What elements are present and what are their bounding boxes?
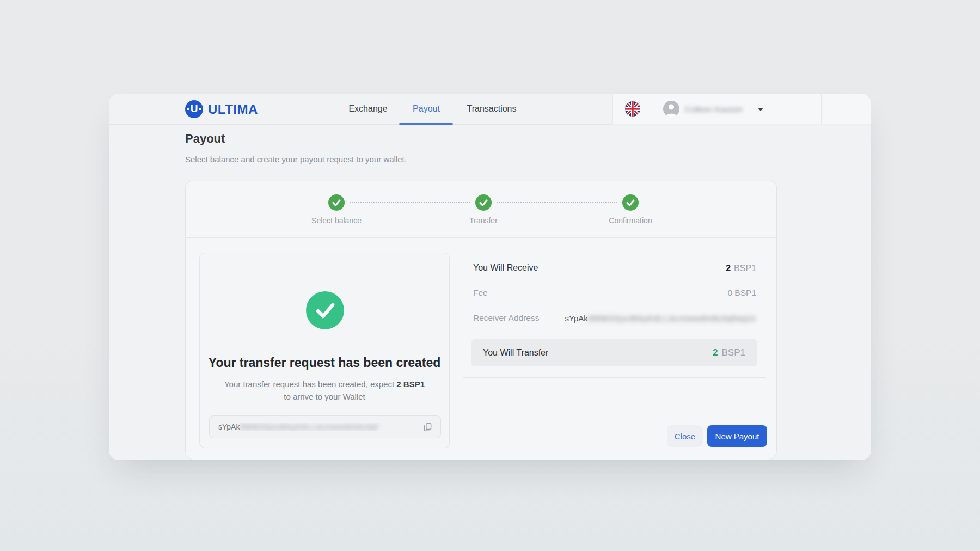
receive-amount: 2 — [726, 263, 731, 273]
avatar — [663, 101, 679, 117]
step-check-icon — [622, 194, 639, 211]
step-check-icon — [328, 194, 345, 211]
language-uk-flag-icon[interactable] — [625, 101, 640, 117]
ultima-logo: U ULTIMA — [185, 94, 258, 125]
transfer-total-box: You Will Transfer 2 BSP1 — [471, 339, 757, 366]
app-window: U ULTIMA Exchange Payout Transactions — [109, 94, 871, 460]
summary-row-receiver: Receiver Address sYpAk 9MW3SjxvBAyKdLLAc… — [463, 308, 766, 328]
brand-name: ULTIMA — [208, 102, 258, 117]
wallet-address-value: sYpAk 9MW3SjxvBAyKdLLAcmwwdm8s3qf — [218, 423, 422, 431]
result-subtext: Your transfer request has been created, … — [200, 378, 449, 403]
tab-transactions[interactable]: Transactions — [467, 94, 517, 124]
header-divider — [779, 94, 779, 124]
result-subtext-part: to arrive to your Wallet — [284, 392, 365, 401]
step-label-transfer: Transfer — [469, 216, 498, 225]
step-label-confirmation: Confirmation — [609, 216, 652, 225]
receiver-label: Receiver Address — [473, 313, 539, 323]
fee-label: Fee — [473, 288, 488, 298]
step-label-select-balance: Select balance — [311, 216, 362, 225]
step-connector — [350, 202, 470, 203]
desktop-background: U ULTIMA Exchange Payout Transactions — [0, 0, 980, 551]
summary-row-receive: You Will Receive 2 BSP1 — [463, 258, 766, 278]
page-title: Payout — [185, 132, 225, 146]
receiver-address-prefix: sYpAk — [565, 314, 588, 323]
result-heading: Your transfer request has been created — [200, 356, 449, 370]
summary-row-fee: Fee 0 BSP1 — [463, 283, 766, 303]
stepper: Select balance Transfer Confirmation — [186, 181, 776, 238]
result-amount: 2 BSP1 — [396, 379, 425, 389]
receive-label: You Will Receive — [473, 263, 538, 273]
ultima-coin-icon: U — [185, 100, 203, 118]
success-check-icon — [306, 291, 344, 329]
result-subtext-part: Your transfer request has been created, … — [224, 379, 396, 389]
receive-currency: BSP1 — [734, 264, 756, 273]
fee-amount: 0 BSP1 — [727, 288, 756, 298]
step-check-icon — [475, 194, 492, 211]
transfer-label: You Will Transfer — [483, 348, 548, 358]
payout-card: Select balance Transfer Confirmation You… — [185, 181, 777, 460]
tab-payout[interactable]: Payout — [413, 94, 440, 124]
user-name[interactable]: Colleen Kautzer — [685, 94, 743, 125]
close-button[interactable]: Close — [667, 425, 703, 447]
new-payout-button[interactable]: New Payout — [707, 425, 767, 447]
receiver-address-redacted: 9MW3SjxvBAyKdLLAcmwwdm8s3qfwq2x — [588, 314, 756, 323]
transfer-result-card: Your transfer request has been created Y… — [199, 253, 450, 448]
tab-exchange[interactable]: Exchange — [348, 94, 387, 124]
chevron-down-icon[interactable] — [758, 108, 763, 111]
copy-icon[interactable] — [422, 421, 433, 432]
active-tab-underline — [399, 123, 453, 125]
step-connector — [497, 202, 617, 203]
transfer-amount: 2 — [713, 347, 718, 358]
header-divider — [612, 94, 613, 124]
address-redacted: 9MW3SjxvBAyKdLLAcmwwdm8s3qf — [240, 423, 378, 431]
panel-divider — [463, 377, 766, 378]
page-subtitle: Select balance and create your payout re… — [185, 155, 407, 164]
address-prefix: sYpAk — [218, 423, 240, 431]
wallet-address-field[interactable]: sYpAk 9MW3SjxvBAyKdLLAcmwwdm8s3qf — [209, 415, 441, 438]
transfer-currency: BSP1 — [722, 347, 745, 358]
app-header: U ULTIMA Exchange Payout Transactions — [109, 94, 871, 125]
header-divider — [821, 94, 822, 124]
